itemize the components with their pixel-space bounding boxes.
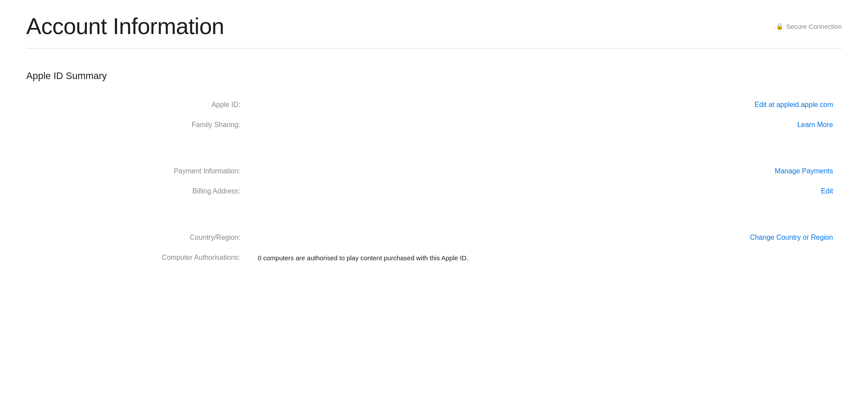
computer-authorisations-row: Computer Authorisations: 0 computers are…: [26, 248, 842, 268]
apple-id-summary-title: Apple ID Summary: [26, 70, 842, 82]
family-sharing-action[interactable]: Learn More: [797, 121, 842, 129]
learn-more-link[interactable]: Learn More: [797, 121, 833, 128]
billing-address-row: Billing Address: Edit: [26, 181, 842, 201]
apple-id-row: Apple ID: Edit at appleid.apple.com: [26, 95, 842, 115]
secure-connection: 🔒 Secure Connection: [776, 23, 842, 30]
apple-id-action[interactable]: Edit at appleid.apple.com: [754, 101, 842, 109]
computer-authorisations-label: Computer Authorisations:: [26, 254, 253, 262]
payment-information-label: Payment Information:: [26, 167, 253, 175]
computer-authorisations-value: 0 computers are authorised to play conte…: [253, 254, 833, 262]
family-sharing-row: Family Sharing: Learn More: [26, 115, 842, 135]
edit-billing-link[interactable]: Edit: [821, 187, 833, 195]
billing-address-action[interactable]: Edit: [821, 187, 842, 195]
country-region-action[interactable]: Change Country or Region: [750, 234, 842, 241]
manage-payments-link[interactable]: Manage Payments: [775, 167, 833, 175]
change-country-link[interactable]: Change Country or Region: [750, 234, 833, 241]
payment-information-row: Payment Information: Manage Payments: [26, 161, 842, 181]
page-container: Account Information 🔒 Secure Connection …: [0, 0, 868, 400]
edit-apple-id-link[interactable]: Edit at appleid.apple.com: [754, 101, 833, 108]
payment-information-action[interactable]: Manage Payments: [775, 167, 842, 175]
country-section: Country/Region: Change Country or Region…: [26, 228, 842, 268]
country-region-label: Country/Region:: [26, 234, 253, 241]
apple-id-summary-section: Apple ID Summary Apple ID: Edit at apple…: [26, 70, 842, 135]
country-region-row: Country/Region: Change Country or Region: [26, 228, 842, 248]
lock-icon: 🔒: [776, 23, 783, 30]
payment-section: Payment Information: Manage Payments Bil…: [26, 161, 842, 201]
billing-address-label: Billing Address:: [26, 187, 253, 195]
apple-id-label: Apple ID:: [26, 101, 253, 109]
secure-connection-label: Secure Connection: [786, 23, 842, 30]
family-sharing-label: Family Sharing:: [26, 121, 253, 129]
page-header: Account Information 🔒 Secure Connection: [26, 0, 842, 48]
page-title: Account Information: [26, 13, 224, 39]
